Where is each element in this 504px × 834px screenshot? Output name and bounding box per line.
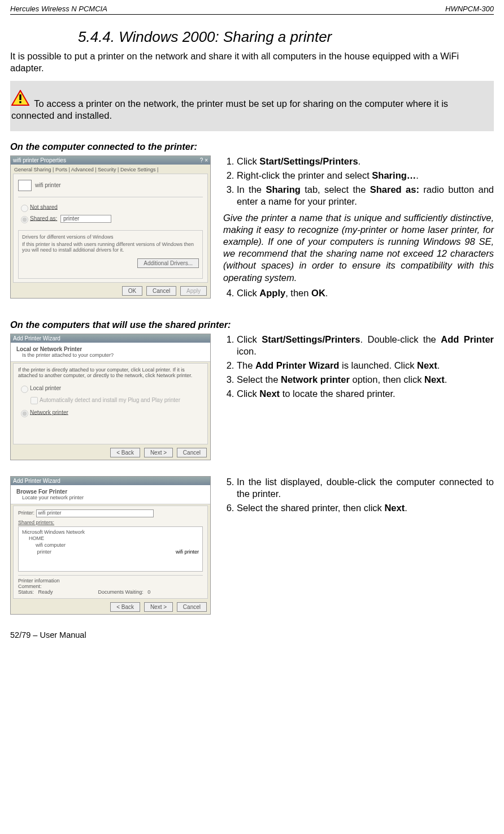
warning-icon <box>11 90 29 109</box>
svg-rect-1 <box>19 94 21 100</box>
header-left: Hercules Wireless N PCMCIA <box>10 5 107 13</box>
warning-note: To access a printer on the network, the … <box>10 81 494 131</box>
client-step-3: Select the Network printer option, then … <box>237 374 494 386</box>
client-step-1: Click Start/Settings/Printers. Double-cl… <box>237 334 494 357</box>
subheading-clients: On the computers that will use the share… <box>10 319 494 330</box>
warning-text: To access a printer on the network, the … <box>11 98 448 120</box>
client-step-2: The Add Printer Wizard is launched. Clic… <box>237 360 494 371</box>
step-2: Right-click the printer and select Shari… <box>237 170 494 182</box>
client-step-4: Click Next to locate the shared printer. <box>237 388 494 400</box>
section-title: 5.4.4. Windows 2000: Sharing a printer <box>78 28 494 46</box>
svg-rect-2 <box>19 101 21 103</box>
client-step-6: Select the shared printer, then click Ne… <box>237 502 494 514</box>
close-icon: ? × <box>200 157 208 163</box>
steps-connected: Click Start/Settings/Printers. Right-cli… <box>223 155 494 304</box>
page-header: Hercules Wireless N PCMCIA HWNPCM-300 <box>10 5 494 15</box>
step-4: Click Apply, then OK. <box>237 287 494 299</box>
steps-browse: In the list displayed, double-click the … <box>223 476 494 518</box>
add-printer-wizard-screenshot-2: Add Printer Wizard Browse For Printer Lo… <box>10 476 211 615</box>
client-step-5: In the list displayed, double-click the … <box>237 476 494 500</box>
printer-icon <box>18 180 32 191</box>
add-printer-wizard-screenshot-1: Add Printer Wizard Local or Network Prin… <box>10 334 211 460</box>
header-right: HWNPCM-300 <box>445 5 494 13</box>
intro-paragraph: It is possible to put a printer on the n… <box>10 50 494 74</box>
printer-properties-screenshot: wifi printer Properties? × General Shari… <box>10 155 211 299</box>
step-1: Click Start/Settings/Printers. <box>237 155 494 167</box>
step-3: In the Sharing tab, select the Shared as… <box>237 184 494 208</box>
printer-tree: Microsoft Windows Network HOME wifi comp… <box>18 526 203 572</box>
page-footer: 52/79 – User Manual <box>10 630 494 639</box>
steps-clients: Click Start/Settings/Printers. Double-cl… <box>223 334 494 405</box>
subheading-connected: On the computer connected to the printer… <box>10 141 494 152</box>
naming-advice: Give the printer a name that is unique a… <box>223 212 494 284</box>
